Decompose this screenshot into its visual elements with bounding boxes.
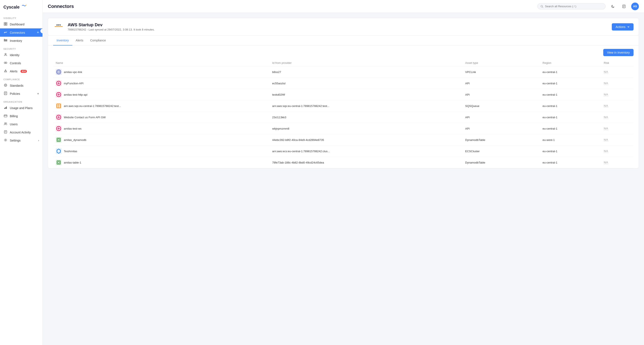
search-bar[interactable] (537, 3, 606, 10)
connector-meta: 789815788242 - Last synced at 29/07/2022… (68, 28, 612, 31)
user-avatar[interactable]: AS (631, 3, 639, 10)
controls-icon (4, 61, 8, 65)
theme-toggle-button[interactable] (609, 3, 617, 10)
cell-provider-id-6: 44ebc392-b8f2-40ca-84e9-4cd2894e8735 (270, 134, 462, 146)
table-row[interactable]: amilas_dynamodb 44ebc392-b8f2-40ca-84e9-… (53, 134, 634, 146)
cell-asset-type-2: API (462, 89, 540, 100)
svg-rect-57 (58, 162, 60, 163)
cell-region-0: eu-central-1 (540, 66, 601, 78)
content-area: aws AWS Startup Dev 789815788242 - Last … (43, 13, 644, 345)
table-row[interactable]: amilas-vpc-link b8ss27 VPCLink eu-centra… (53, 66, 634, 78)
svg-rect-6 (4, 41, 7, 41)
connector-name: AWS Startup Dev (68, 23, 612, 27)
cell-region-2: eu-central-1 (540, 89, 601, 100)
table-body: amilas-vpc-link b8ss27 VPCLink eu-centra… (53, 66, 634, 168)
table-row[interactable]: myFunction-API ec55aozlul API eu-central… (53, 78, 634, 89)
sidebar-item-account-activity[interactable]: Account Activity (0, 128, 42, 136)
cell-name-2: amilas-test-http-api (53, 89, 270, 100)
svg-rect-22 (4, 115, 7, 117)
sidebar-item-dashboard[interactable]: Dashboard (0, 20, 42, 28)
policies-icon (4, 92, 8, 96)
inventory-icon (4, 39, 8, 43)
col-risk: Risk (601, 60, 634, 66)
cell-region-5: eu-central-1 (540, 123, 601, 134)
svg-line-31 (542, 7, 543, 8)
inventory-label: Inventory (10, 39, 22, 43)
dashboard-label: Dashboard (10, 23, 24, 26)
svg-rect-26 (4, 131, 7, 133)
usage-label: Usage and Plans (10, 106, 33, 110)
cell-provider-id-5: wbjnpmzmm8 (270, 123, 462, 134)
cell-region-8: eu-central-1 (540, 157, 601, 168)
table-row[interactable]: arn:aws:sqs:eu-central-1:789815788242:te… (53, 100, 634, 112)
table-row[interactable]: amilas-table-1 78fe73ab-188c-4b82-8bd0-4… (53, 157, 634, 168)
sidebar: Cyscale ‹ VISIBILITY Dashboard Connector… (0, 0, 43, 345)
identity-label: Identity (10, 53, 20, 57)
svg-point-37 (58, 71, 60, 73)
policies-add-button[interactable]: + (37, 92, 39, 96)
aws-logo-line (55, 26, 63, 27)
svg-rect-53 (57, 138, 60, 142)
col-name: Name (53, 60, 270, 66)
cell-region-3: eu-central-1 (540, 100, 601, 112)
sidebar-item-billing[interactable]: Billing (0, 112, 42, 120)
sidebar-item-policies[interactable]: Policies + (0, 90, 42, 98)
sidebar-item-inventory[interactable]: Inventory (0, 37, 42, 45)
cell-name-1: myFunction-API (53, 78, 270, 89)
sidebar-item-identity[interactable]: Identity (0, 51, 42, 59)
cell-asset-type-1: API (462, 78, 540, 89)
sidebar-item-alerts[interactable]: Alerts 414 (0, 67, 42, 75)
table-row[interactable]: amilas-test-http-api texkd02f4f API eu-c… (53, 89, 634, 100)
svg-point-13 (4, 84, 7, 87)
visibility-section-label: VISIBILITY (0, 14, 42, 20)
sidebar-item-usage[interactable]: Usage and Plans (0, 104, 42, 112)
svg-point-24 (5, 123, 6, 124)
settings-chevron-icon: › (38, 139, 39, 142)
tab-alerts[interactable]: Alerts (72, 36, 87, 46)
actions-button[interactable]: Actions (612, 23, 634, 31)
sidebar-item-connectors[interactable]: Connectors + (0, 28, 42, 37)
search-input[interactable] (545, 5, 602, 8)
cell-name-6: amilas_dynamodb (53, 134, 270, 146)
identity-icon (4, 53, 8, 57)
svg-point-8 (5, 53, 6, 55)
connector-header-card: aws AWS Startup Dev 789815788242 - Last … (48, 18, 639, 36)
standards-icon (4, 84, 8, 88)
svg-rect-2 (6, 23, 7, 24)
cell-provider-id-3: arn:aws:sqs:eu-central-1:789815788242:te… (270, 100, 462, 112)
view-inventory-button[interactable]: View in Inventory (603, 49, 634, 56)
table-row[interactable]: amilas-test-ws wbjnpmzmm8 API eu-central… (53, 123, 634, 134)
book-icon (622, 5, 626, 8)
connectors-label: Connectors (10, 31, 25, 34)
sidebar-item-standards[interactable]: Standards (0, 82, 42, 90)
cell-region-4: eu-central-1 (540, 112, 601, 123)
cell-name-0: amilas-vpc-link (53, 66, 270, 78)
tab-compliance[interactable]: Compliance (87, 36, 109, 46)
cell-asset-type-8: DynamodbTable (462, 157, 540, 168)
col-asset-type: Asset type (462, 60, 540, 66)
sidebar-item-users[interactable]: Users (0, 120, 42, 128)
table-row[interactable]: TestAmilas arn:aws:ecs:eu-central-1:7898… (53, 146, 634, 157)
svg-marker-55 (57, 149, 60, 153)
table-row[interactable]: Website Contact us Form API GW 23cl113kk… (53, 112, 634, 123)
sidebar-item-controls[interactable]: Controls (0, 59, 42, 67)
docs-button[interactable] (620, 3, 628, 10)
main-content: Connectors AS aws AWS Startup Dev 789815… (43, 0, 644, 345)
connectors-add-button[interactable]: + (37, 30, 39, 35)
sidebar-item-settings[interactable]: Settings › (0, 136, 42, 145)
cell-risk-4: N/A (601, 112, 634, 123)
policies-label: Policies (10, 92, 20, 95)
svg-rect-7 (4, 39, 5, 40)
cell-provider-id-0: b8ss27 (270, 66, 462, 78)
billing-label: Billing (10, 114, 18, 118)
svg-rect-5 (4, 40, 7, 40)
dashboard-icon (4, 22, 8, 27)
connectors-icon (4, 31, 8, 35)
tab-inventory[interactable]: Inventory (53, 36, 72, 46)
users-icon (4, 122, 8, 126)
billing-icon (4, 114, 8, 118)
alerts-badge: 414 (20, 70, 27, 73)
page-title: Connectors (48, 4, 534, 9)
actions-chevron-icon (627, 26, 630, 28)
cell-risk-7: N/A (601, 146, 634, 157)
